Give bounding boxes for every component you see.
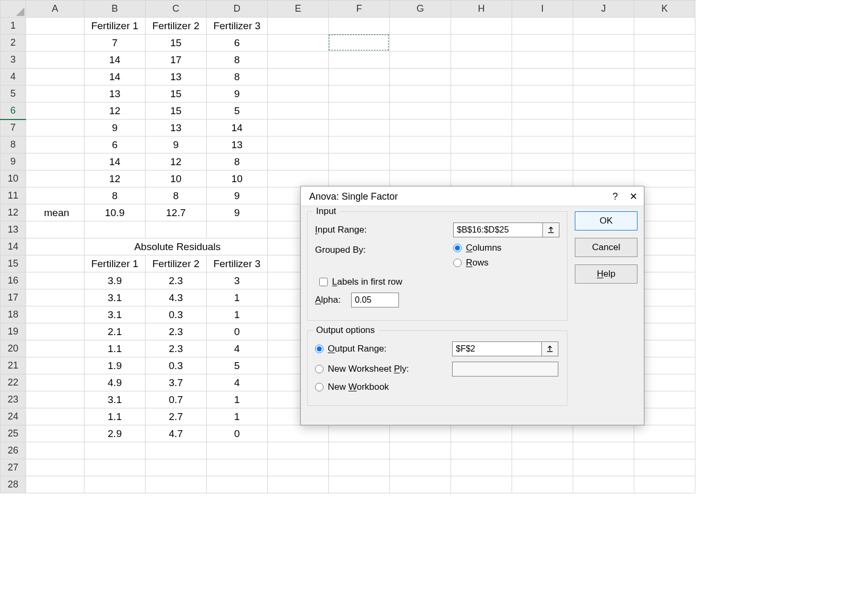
cell-G3[interactable] bbox=[390, 52, 451, 69]
cell-B12[interactable]: 10.9 bbox=[84, 204, 146, 221]
cell-B3[interactable]: 14 bbox=[84, 52, 146, 69]
cell-B24[interactable]: 1.1 bbox=[84, 408, 146, 425]
cell-D16[interactable]: 3 bbox=[207, 272, 268, 289]
cell-C3[interactable]: 17 bbox=[146, 52, 207, 69]
col-header-F[interactable]: F bbox=[329, 1, 390, 18]
cell-D11[interactable]: 9 bbox=[207, 187, 268, 204]
row-header-27[interactable]: 27 bbox=[1, 459, 26, 476]
cell-D23[interactable]: 1 bbox=[207, 391, 268, 408]
cell-C6[interactable]: 15 bbox=[146, 102, 207, 119]
cell-K7[interactable] bbox=[634, 119, 695, 136]
cell-A7[interactable] bbox=[26, 119, 84, 136]
cell-I2[interactable] bbox=[512, 35, 573, 52]
cell-C19[interactable]: 2.3 bbox=[146, 323, 207, 340]
cell-K8[interactable] bbox=[634, 136, 695, 153]
row-header-6[interactable]: 6 bbox=[1, 102, 26, 119]
cell-J26[interactable] bbox=[573, 442, 634, 459]
cell-F9[interactable] bbox=[329, 153, 390, 170]
cell-C9[interactable]: 12 bbox=[146, 153, 207, 170]
collapse-range-icon[interactable] bbox=[541, 341, 558, 356]
cell-J9[interactable] bbox=[573, 153, 634, 170]
cell-B20[interactable]: 1.1 bbox=[84, 340, 146, 357]
cell-G4[interactable] bbox=[390, 69, 451, 85]
cell-D18[interactable]: 1 bbox=[207, 306, 268, 323]
cell-B4[interactable]: 14 bbox=[84, 69, 146, 85]
cell-J7[interactable] bbox=[573, 119, 634, 136]
cell-A10[interactable] bbox=[26, 170, 84, 187]
cell-J8[interactable] bbox=[573, 136, 634, 153]
cell-D13[interactable] bbox=[207, 221, 268, 238]
cell-H27[interactable] bbox=[451, 459, 512, 476]
cell-E6[interactable] bbox=[268, 102, 329, 119]
row-header-18[interactable]: 18 bbox=[1, 306, 26, 323]
cell-G27[interactable] bbox=[390, 459, 451, 476]
row-header-19[interactable]: 19 bbox=[1, 323, 26, 340]
cell-F2[interactable] bbox=[329, 35, 390, 52]
cell-G9[interactable] bbox=[390, 153, 451, 170]
cell-K2[interactable] bbox=[634, 35, 695, 52]
cell-A15[interactable] bbox=[26, 255, 84, 272]
row-header-23[interactable]: 23 bbox=[1, 391, 26, 408]
cell-H26[interactable] bbox=[451, 442, 512, 459]
radio-columns[interactable]: Columns bbox=[453, 243, 502, 253]
cell-H3[interactable] bbox=[451, 52, 512, 69]
cell-G2[interactable] bbox=[390, 35, 451, 52]
cell-D24[interactable]: 1 bbox=[207, 408, 268, 425]
cell-B26[interactable] bbox=[84, 442, 146, 459]
cell-J4[interactable] bbox=[573, 69, 634, 85]
cell-C26[interactable] bbox=[146, 442, 207, 459]
cell-D27[interactable] bbox=[207, 459, 268, 476]
col-header-H[interactable]: H bbox=[451, 1, 512, 18]
cell-H9[interactable] bbox=[451, 153, 512, 170]
cell-E2[interactable] bbox=[268, 35, 329, 52]
dialog-titlebar[interactable]: Anova: Single Factor ? ✕ bbox=[301, 186, 644, 206]
cell-B8[interactable]: 6 bbox=[84, 136, 146, 153]
cell-C5[interactable]: 15 bbox=[146, 85, 207, 102]
cell-B18[interactable]: 3.1 bbox=[84, 306, 146, 323]
cell-B17[interactable]: 3.1 bbox=[84, 289, 146, 306]
col-header-A[interactable]: A bbox=[26, 1, 84, 18]
cell-J10[interactable] bbox=[573, 170, 634, 187]
cell-B13[interactable] bbox=[84, 221, 146, 238]
row-header-13[interactable]: 13 bbox=[1, 221, 26, 238]
cell-J28[interactable] bbox=[573, 476, 634, 493]
col-header-D[interactable]: D bbox=[207, 1, 268, 18]
cell-K28[interactable] bbox=[634, 476, 695, 493]
cell-C16[interactable]: 2.3 bbox=[146, 272, 207, 289]
cell-D19[interactable]: 0 bbox=[207, 323, 268, 340]
cell-J27[interactable] bbox=[573, 459, 634, 476]
cell-F3[interactable] bbox=[329, 52, 390, 69]
cell-D7[interactable]: 14 bbox=[207, 119, 268, 136]
cell-B21[interactable]: 1.9 bbox=[84, 357, 146, 374]
labels-first-row-check[interactable]: Labels in first row bbox=[319, 277, 402, 287]
cell-A12[interactable]: mean bbox=[26, 204, 84, 221]
select-all-corner[interactable] bbox=[1, 1, 26, 18]
row-header-1[interactable]: 1 bbox=[1, 18, 26, 35]
cell-F4[interactable] bbox=[329, 69, 390, 85]
cell-E28[interactable] bbox=[268, 476, 329, 493]
cell-E7[interactable] bbox=[268, 119, 329, 136]
cell-C2[interactable]: 15 bbox=[146, 35, 207, 52]
cell-E10[interactable] bbox=[268, 170, 329, 187]
col-header-I[interactable]: I bbox=[512, 1, 573, 18]
cell-J5[interactable] bbox=[573, 85, 634, 102]
cell-B11[interactable]: 8 bbox=[84, 187, 146, 204]
cell-J2[interactable] bbox=[573, 35, 634, 52]
cell-A13[interactable] bbox=[26, 221, 84, 238]
cell-A18[interactable] bbox=[26, 306, 84, 323]
cell-H8[interactable] bbox=[451, 136, 512, 153]
cell-G7[interactable] bbox=[390, 119, 451, 136]
row-header-8[interactable]: 8 bbox=[1, 136, 26, 153]
cell-K5[interactable] bbox=[634, 85, 695, 102]
cell-F5[interactable] bbox=[329, 85, 390, 102]
cell-C13[interactable] bbox=[146, 221, 207, 238]
cell-B27[interactable] bbox=[84, 459, 146, 476]
cell-J25[interactable] bbox=[573, 425, 634, 442]
row-header-17[interactable]: 17 bbox=[1, 289, 26, 306]
cell-H1[interactable] bbox=[451, 18, 512, 35]
cell-I4[interactable] bbox=[512, 69, 573, 85]
cell-I9[interactable] bbox=[512, 153, 573, 170]
cell-D22[interactable]: 4 bbox=[207, 374, 268, 391]
cell-D17[interactable]: 1 bbox=[207, 289, 268, 306]
cell-E25[interactable] bbox=[268, 425, 329, 442]
